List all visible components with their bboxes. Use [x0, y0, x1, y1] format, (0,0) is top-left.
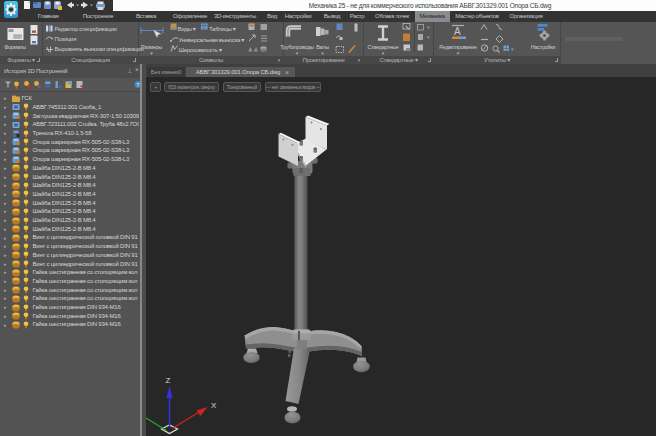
svg-text:▾: ▾ — [427, 24, 430, 30]
svg-text:▾: ▾ — [427, 34, 430, 40]
svg-text:Z: Z — [166, 376, 171, 385]
svg-text:А: А — [454, 26, 461, 37]
svg-text:?: ? — [136, 82, 139, 88]
svg-text:X: X — [211, 401, 217, 410]
svg-text:▾: ▾ — [511, 46, 514, 52]
